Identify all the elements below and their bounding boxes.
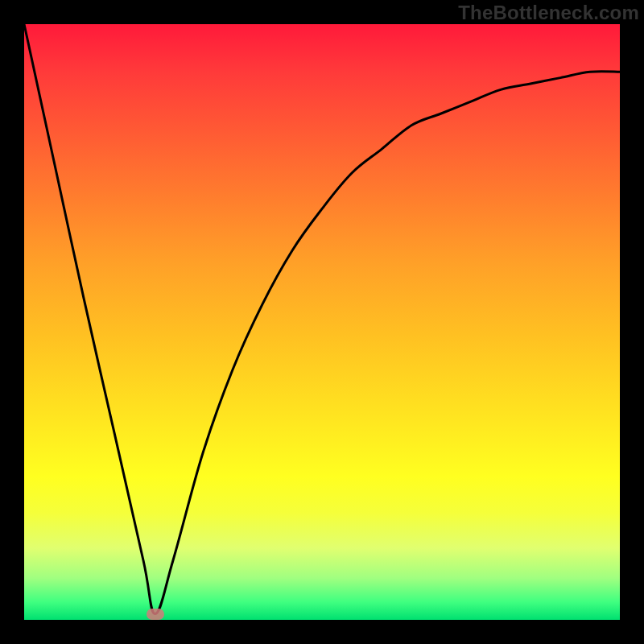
chart-frame: TheBottleneck.com [0, 0, 644, 644]
plot-area [24, 24, 620, 620]
bottleneck-curve [24, 24, 620, 620]
optimum-marker [147, 609, 164, 620]
attribution-text: TheBottleneck.com [458, 2, 639, 24]
